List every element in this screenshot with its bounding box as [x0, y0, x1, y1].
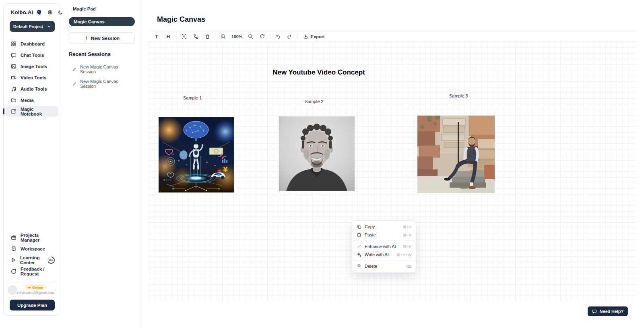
- context-item-label: Enhance with AI: [365, 244, 400, 249]
- context-item-shortcut: ⌘+V: [403, 233, 411, 237]
- logo-row: Kolbo.AI: [4, 9, 61, 15]
- sidebar-item-video-tools[interactable]: Video Tools: [6, 72, 58, 83]
- magic-wand-icon: [357, 244, 361, 249]
- heading-tool-button[interactable]: H: [164, 33, 172, 41]
- dashboard-icon: [11, 41, 17, 47]
- need-help-button[interactable]: Need Help?: [588, 306, 628, 316]
- redo-icon: [287, 34, 292, 39]
- toolbar-separator: [215, 33, 215, 39]
- ai-head-icon: [36, 9, 42, 15]
- feedback-icon: [11, 269, 17, 274]
- sidebar-item-magic-notebook[interactable]: Magic Notebook: [6, 106, 58, 117]
- session-label: New Magic Canvas Session: [80, 64, 133, 74]
- crown-icon: [27, 286, 31, 289]
- panel-item-magic-pad[interactable]: Magic Pad: [69, 6, 135, 17]
- play-icon: [11, 257, 16, 263]
- sidebar-item-label: Projects Manager: [21, 233, 55, 242]
- svg-text:¥: ¥: [223, 166, 228, 174]
- sidebar-item-label: Workspace: [21, 246, 45, 251]
- delete-tool-button[interactable]: [203, 33, 211, 41]
- trash-icon: [205, 34, 210, 39]
- sample-1-image-ai-collage[interactable]: ¥: [159, 117, 234, 192]
- globe-icon[interactable]: [47, 10, 53, 15]
- context-item-label: Delete: [365, 264, 403, 269]
- context-menu-divider: [352, 260, 416, 261]
- sample-3-label[interactable]: Sample 3: [449, 93, 468, 98]
- sidebar-item-image-tools[interactable]: Image Tools: [6, 61, 58, 72]
- context-menu-item-delete[interactable]: Delete ⌫: [352, 262, 416, 270]
- sidebar-item-learning-center[interactable]: Learning Center 66%: [6, 255, 58, 265]
- sidebar-item-label: Media: [21, 98, 34, 103]
- sidebar-item-projects-manager[interactable]: Projects Manager: [6, 232, 58, 243]
- sample-2-image-portrait[interactable]: [279, 116, 355, 191]
- upgrade-plan-button[interactable]: Upgrade Plan: [10, 300, 55, 310]
- context-menu-item-paste[interactable]: Paste ⌘+V: [352, 231, 416, 239]
- app-window: Kolbo.AI Default Project Dashboard: [0, 0, 644, 327]
- sidebar-item-dashboard[interactable]: Dashboard: [6, 38, 58, 49]
- sidebar-item-workspace[interactable]: Workspace: [6, 243, 58, 254]
- help-chat-icon: [592, 309, 597, 314]
- sidebar-item-media[interactable]: Media: [6, 95, 58, 106]
- context-menu-item-enhance-with-ai[interactable]: Enhance with AI ⌘+E: [352, 242, 416, 250]
- context-item-shortcut: ⌫: [406, 264, 411, 269]
- zoom-in-icon: [221, 34, 226, 39]
- reset-view-button[interactable]: [258, 33, 266, 41]
- plus-icon: [84, 36, 89, 40]
- context-item-shortcut: ⌘+E: [403, 244, 411, 249]
- sidebar-item-feedback[interactable]: Feedback / Request: [6, 266, 58, 277]
- zoom-in-button[interactable]: [219, 33, 227, 41]
- new-session-label: New Session: [91, 36, 120, 41]
- sample-2-label[interactable]: Sample 2: [305, 99, 323, 104]
- avatar: [8, 285, 17, 295]
- pencil-icon: [72, 81, 77, 86]
- context-menu-item-copy[interactable]: Copy ⌘+C: [352, 223, 416, 231]
- export-download-icon: [303, 34, 308, 39]
- canvas-heading-text[interactable]: New Youtube Video Concept: [258, 68, 379, 77]
- sidebar-nav: Dashboard Chat Tools Image Tools Video T…: [4, 38, 61, 117]
- sample-1-label[interactable]: Sample 1: [183, 95, 202, 100]
- notebook-icon: [11, 109, 17, 114]
- chevron-icon: [54, 288, 57, 292]
- toolbar-separator: [270, 33, 270, 39]
- toolbar-separator: [176, 33, 176, 39]
- export-label: Export: [311, 34, 325, 39]
- panel-item-magic-canvas[interactable]: Magic Canvas: [69, 17, 135, 26]
- page-title: Magic Canvas: [157, 15, 205, 24]
- sample-3-image-man-on-ruins[interactable]: [417, 116, 495, 193]
- zoom-out-button[interactable]: [247, 33, 255, 41]
- undo-icon: [275, 34, 281, 39]
- magic-canvas-grid[interactable]: New Youtube Video Concept Sample 1 Sampl…: [149, 42, 636, 301]
- undo-button[interactable]: [274, 33, 282, 41]
- learning-progress-ring: 66%: [47, 256, 55, 264]
- text-tool-button[interactable]: T: [153, 33, 161, 41]
- audio-icon: [11, 86, 17, 92]
- context-menu-item-write-with-ai[interactable]: Write with AI ⌘+⇧+W: [352, 250, 416, 259]
- user-account-row[interactable]: Owner zoharvan12@gmail.com: [8, 281, 57, 295]
- new-session-button[interactable]: New Session: [69, 32, 135, 44]
- session-label: New Magic Canvas Session: [80, 79, 133, 89]
- project-selector[interactable]: Default Project: [10, 21, 55, 32]
- zoom-out-icon: [248, 34, 253, 39]
- sidebar-item-chat-tools[interactable]: Chat Tools: [6, 50, 58, 60]
- owner-badge: Owner: [25, 285, 46, 290]
- brand-logo: Kolbo.AI: [11, 9, 33, 15]
- sidebar-item-label: Feedback / Request: [21, 267, 55, 276]
- context-menu: Copy ⌘+C Paste ⌘+V Enhance with AI ⌘+E W…: [352, 220, 416, 273]
- sidebar-item-label: Dashboard: [21, 41, 45, 46]
- canvas-toolbar: T H 100%: [149, 31, 636, 42]
- session-list-item[interactable]: New Magic Canvas Session: [69, 77, 135, 91]
- sidebar: Kolbo.AI Default Project Dashboard: [3, 3, 61, 316]
- session-list-item[interactable]: New Magic Canvas Session: [69, 62, 135, 77]
- redo-button[interactable]: [286, 33, 294, 41]
- ai-select-button[interactable]: [180, 33, 188, 41]
- context-item-label: Paste: [365, 232, 400, 237]
- sidebar-item-audio-tools[interactable]: Audio Tools: [6, 83, 58, 94]
- clipboard-icon: [357, 232, 361, 237]
- main-area: Magic Canvas T H 100%: [140, 0, 644, 327]
- connector-tool-button[interactable]: [192, 33, 200, 41]
- chevron-down-icon: [47, 25, 51, 29]
- export-button[interactable]: Export: [301, 34, 326, 39]
- zoom-level[interactable]: 100%: [231, 34, 243, 39]
- connector-icon: [193, 34, 198, 39]
- trash-icon: [357, 264, 361, 269]
